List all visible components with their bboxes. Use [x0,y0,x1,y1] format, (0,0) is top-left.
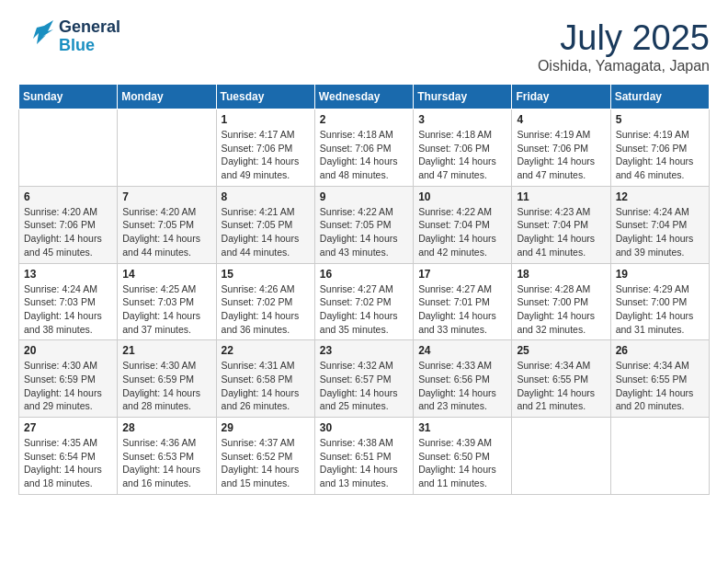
calendar-cell: 21Sunrise: 4:30 AM Sunset: 6:59 PM Dayli… [118,340,216,418]
day-number: 27 [24,421,112,434]
day-detail: Sunrise: 4:39 AM Sunset: 6:50 PM Dayligh… [418,436,506,490]
calendar-cell: 28Sunrise: 4:36 AM Sunset: 6:53 PM Dayli… [118,418,216,495]
day-detail: Sunrise: 4:35 AM Sunset: 6:54 PM Dayligh… [24,436,112,490]
logo-blue: Blue [59,37,120,55]
day-number: 16 [320,268,408,281]
calendar-cell [19,109,118,187]
day-detail: Sunrise: 4:36 AM Sunset: 6:53 PM Dayligh… [122,436,210,490]
day-detail: Sunrise: 4:24 AM Sunset: 7:03 PM Dayligh… [24,282,112,337]
column-header-sunday: Sunday [19,85,118,109]
day-detail: Sunrise: 4:19 AM Sunset: 7:06 PM Dayligh… [517,128,605,182]
day-detail: Sunrise: 4:22 AM Sunset: 7:05 PM Dayligh… [320,205,408,259]
calendar-week-row: 27Sunrise: 4:35 AM Sunset: 6:54 PM Dayli… [19,418,710,495]
calendar-cell: 4Sunrise: 4:19 AM Sunset: 7:06 PM Daylig… [512,109,610,187]
day-number: 10 [418,190,506,203]
month-year-title: July 2025 [538,18,710,58]
day-number: 23 [320,344,408,357]
column-header-wednesday: Wednesday [314,85,413,109]
day-number: 19 [616,268,704,281]
day-number: 4 [517,113,605,126]
calendar-week-row: 13Sunrise: 4:24 AM Sunset: 7:03 PM Dayli… [19,263,710,340]
day-detail: Sunrise: 4:21 AM Sunset: 7:05 PM Dayligh… [222,205,310,259]
calendar-cell: 11Sunrise: 4:23 AM Sunset: 7:04 PM Dayli… [512,186,610,263]
day-number: 13 [24,268,112,281]
calendar-cell: 24Sunrise: 4:33 AM Sunset: 6:56 PM Dayli… [414,340,512,418]
day-detail: Sunrise: 4:27 AM Sunset: 7:01 PM Dayligh… [418,282,506,337]
calendar-cell: 23Sunrise: 4:32 AM Sunset: 6:57 PM Dayli… [314,340,413,418]
day-detail: Sunrise: 4:20 AM Sunset: 7:06 PM Dayligh… [24,205,112,259]
day-number: 7 [122,190,210,203]
calendar-week-row: 20Sunrise: 4:30 AM Sunset: 6:59 PM Dayli… [19,340,710,418]
day-detail: Sunrise: 4:30 AM Sunset: 6:59 PM Dayligh… [24,359,112,413]
calendar-cell: 13Sunrise: 4:24 AM Sunset: 7:03 PM Dayli… [19,263,118,340]
svg-marker-0 [33,20,53,44]
logo-text: General Blue [59,18,120,55]
day-number: 3 [418,113,506,126]
calendar-cell: 5Sunrise: 4:19 AM Sunset: 7:06 PM Daylig… [610,109,709,187]
day-number: 18 [517,268,605,281]
day-number: 17 [418,268,506,281]
calendar-cell: 9Sunrise: 4:22 AM Sunset: 7:05 PM Daylig… [314,186,413,263]
day-detail: Sunrise: 4:23 AM Sunset: 7:04 PM Dayligh… [517,205,605,259]
day-number: 1 [222,113,310,126]
calendar-cell: 18Sunrise: 4:28 AM Sunset: 7:00 PM Dayli… [512,263,610,340]
day-detail: Sunrise: 4:29 AM Sunset: 7:00 PM Dayligh… [616,282,704,337]
day-number: 11 [517,190,605,203]
calendar-cell: 20Sunrise: 4:30 AM Sunset: 6:59 PM Dayli… [19,340,118,418]
day-detail: Sunrise: 4:34 AM Sunset: 6:55 PM Dayligh… [616,359,704,413]
location-subtitle: Oishida, Yamagata, Japan [538,58,710,75]
day-number: 28 [122,421,210,434]
calendar-cell: 19Sunrise: 4:29 AM Sunset: 7:00 PM Dayli… [610,263,709,340]
calendar-cell: 10Sunrise: 4:22 AM Sunset: 7:04 PM Dayli… [414,186,512,263]
calendar-cell: 6Sunrise: 4:20 AM Sunset: 7:06 PM Daylig… [19,186,118,263]
day-number: 20 [24,344,112,357]
day-detail: Sunrise: 4:26 AM Sunset: 7:02 PM Dayligh… [222,282,310,337]
day-detail: Sunrise: 4:37 AM Sunset: 6:52 PM Dayligh… [222,436,310,490]
day-detail: Sunrise: 4:17 AM Sunset: 7:06 PM Dayligh… [222,128,310,182]
calendar-cell: 31Sunrise: 4:39 AM Sunset: 6:50 PM Dayli… [414,418,512,495]
day-number: 15 [222,268,310,281]
day-number: 31 [418,421,506,434]
calendar-cell [118,109,216,187]
page-header: General Blue July 2025 Oishida, Yamagata… [18,18,710,75]
calendar-cell: 25Sunrise: 4:34 AM Sunset: 6:55 PM Dayli… [512,340,610,418]
day-detail: Sunrise: 4:33 AM Sunset: 6:56 PM Dayligh… [418,359,506,413]
day-number: 29 [222,421,310,434]
calendar-header-row: SundayMondayTuesdayWednesdayThursdayFrid… [19,85,710,109]
logo-bird-icon [18,18,55,55]
calendar-cell: 7Sunrise: 4:20 AM Sunset: 7:05 PM Daylig… [118,186,216,263]
day-detail: Sunrise: 4:34 AM Sunset: 6:55 PM Dayligh… [517,359,605,413]
calendar-cell: 2Sunrise: 4:18 AM Sunset: 7:06 PM Daylig… [314,109,413,187]
day-detail: Sunrise: 4:20 AM Sunset: 7:05 PM Dayligh… [122,205,210,259]
calendar-week-row: 6Sunrise: 4:20 AM Sunset: 7:06 PM Daylig… [19,186,710,263]
day-number: 30 [320,421,408,434]
day-detail: Sunrise: 4:24 AM Sunset: 7:04 PM Dayligh… [616,205,704,259]
calendar-cell: 27Sunrise: 4:35 AM Sunset: 6:54 PM Dayli… [19,418,118,495]
column-header-tuesday: Tuesday [216,85,314,109]
calendar-cell: 12Sunrise: 4:24 AM Sunset: 7:04 PM Dayli… [610,186,709,263]
day-detail: Sunrise: 4:18 AM Sunset: 7:06 PM Dayligh… [418,128,506,182]
calendar-cell: 29Sunrise: 4:37 AM Sunset: 6:52 PM Dayli… [216,418,314,495]
calendar-cell: 1Sunrise: 4:17 AM Sunset: 7:06 PM Daylig… [216,109,314,187]
calendar-cell: 3Sunrise: 4:18 AM Sunset: 7:06 PM Daylig… [414,109,512,187]
day-number: 21 [122,344,210,357]
day-number: 2 [320,113,408,126]
calendar-cell [610,418,709,495]
day-number: 25 [517,344,605,357]
calendar-cell: 30Sunrise: 4:38 AM Sunset: 6:51 PM Dayli… [314,418,413,495]
day-detail: Sunrise: 4:28 AM Sunset: 7:00 PM Dayligh… [517,282,605,337]
day-number: 14 [122,268,210,281]
calendar-cell: 8Sunrise: 4:21 AM Sunset: 7:05 PM Daylig… [216,186,314,263]
logo-general: General [59,18,120,37]
day-detail: Sunrise: 4:31 AM Sunset: 6:58 PM Dayligh… [222,359,310,413]
calendar-cell: 17Sunrise: 4:27 AM Sunset: 7:01 PM Dayli… [414,263,512,340]
calendar-cell: 26Sunrise: 4:34 AM Sunset: 6:55 PM Dayli… [610,340,709,418]
day-number: 5 [616,113,704,126]
column-header-saturday: Saturday [610,85,709,109]
calendar-cell [512,418,610,495]
day-detail: Sunrise: 4:38 AM Sunset: 6:51 PM Dayligh… [320,436,408,490]
logo: General Blue [18,18,120,55]
day-detail: Sunrise: 4:27 AM Sunset: 7:02 PM Dayligh… [320,282,408,337]
title-block: July 2025 Oishida, Yamagata, Japan [538,18,710,75]
day-detail: Sunrise: 4:19 AM Sunset: 7:06 PM Dayligh… [616,128,704,182]
